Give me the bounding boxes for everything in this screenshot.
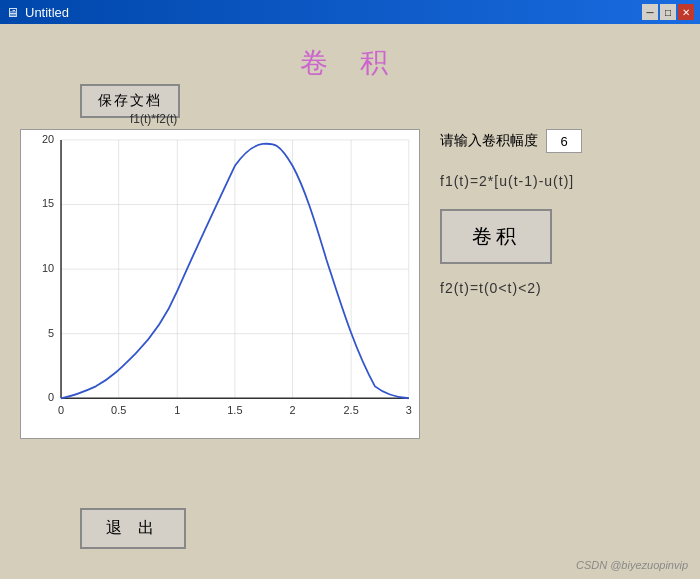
chart-area: 0 5 10 15 20 0 0.5 1 1.5 2 2.5 3 — [20, 129, 420, 439]
main-content: 卷 积 保存文档 f1(t)*f2(t) — [0, 24, 700, 579]
svg-text:0.5: 0.5 — [111, 404, 126, 416]
exit-button[interactable]: 退 出 — [80, 508, 186, 549]
svg-text:0: 0 — [58, 404, 64, 416]
input-label: 请输入卷积幅度 — [440, 132, 538, 150]
title-bar: 🖥 Untitled ─ □ ✕ — [0, 0, 700, 24]
page-title: 卷 积 — [10, 44, 690, 82]
right-panel: 请输入卷积幅度 f1(t)=2*[u(t-1)-u(t)] 卷积 f2(t)=t… — [440, 129, 680, 316]
svg-text:15: 15 — [42, 197, 54, 209]
svg-text:20: 20 — [42, 133, 54, 145]
chart-title: f1(t)*f2(t) — [130, 112, 177, 126]
f1-formula: f1(t)=2*[u(t-1)-u(t)] — [440, 173, 680, 189]
minimize-button[interactable]: ─ — [642, 4, 658, 20]
convolution-width-input[interactable] — [546, 129, 582, 153]
window-title: Untitled — [25, 5, 69, 20]
svg-text:1.5: 1.5 — [227, 404, 242, 416]
watermark: CSDN @biyezuopinvip — [576, 559, 688, 571]
window-icon: 🖥 — [6, 5, 19, 20]
chart-svg: 0 5 10 15 20 0 0.5 1 1.5 2 2.5 3 — [21, 130, 419, 438]
maximize-button[interactable]: □ — [660, 4, 676, 20]
input-row: 请输入卷积幅度 — [440, 129, 680, 153]
svg-text:10: 10 — [42, 262, 54, 274]
f2-formula: f2(t)=t(0<t)<2) — [440, 280, 680, 296]
svg-text:0: 0 — [48, 391, 54, 403]
convolution-button[interactable]: 卷积 — [440, 209, 552, 264]
title-bar-controls: ─ □ ✕ — [642, 4, 694, 20]
close-button[interactable]: ✕ — [678, 4, 694, 20]
svg-text:3: 3 — [406, 404, 412, 416]
svg-text:5: 5 — [48, 327, 54, 339]
svg-text:2.5: 2.5 — [344, 404, 359, 416]
svg-text:2: 2 — [289, 404, 295, 416]
svg-text:1: 1 — [174, 404, 180, 416]
